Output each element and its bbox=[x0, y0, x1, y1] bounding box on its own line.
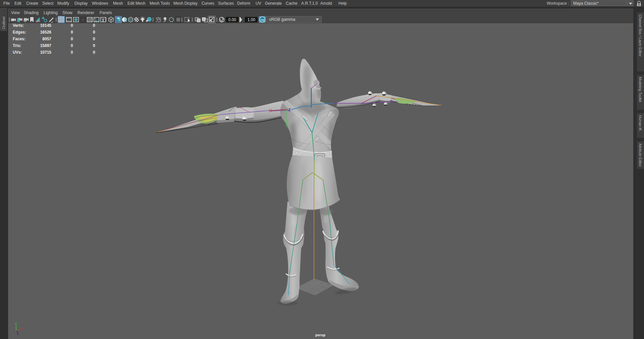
svg-text:-Z: -Z bbox=[287, 108, 291, 112]
svg-text:1.00: 1.00 bbox=[248, 17, 256, 22]
svg-text:Z: Z bbox=[17, 332, 19, 336]
svg-text:sRGB gamma: sRGB gamma bbox=[269, 17, 296, 22]
svg-text:Y: Y bbox=[15, 322, 17, 326]
svg-text:ON: ON bbox=[260, 18, 264, 21]
svg-text:0.00: 0.00 bbox=[228, 17, 236, 22]
svg-text:T: T bbox=[102, 18, 104, 22]
svg-text:X: X bbox=[21, 327, 23, 330]
